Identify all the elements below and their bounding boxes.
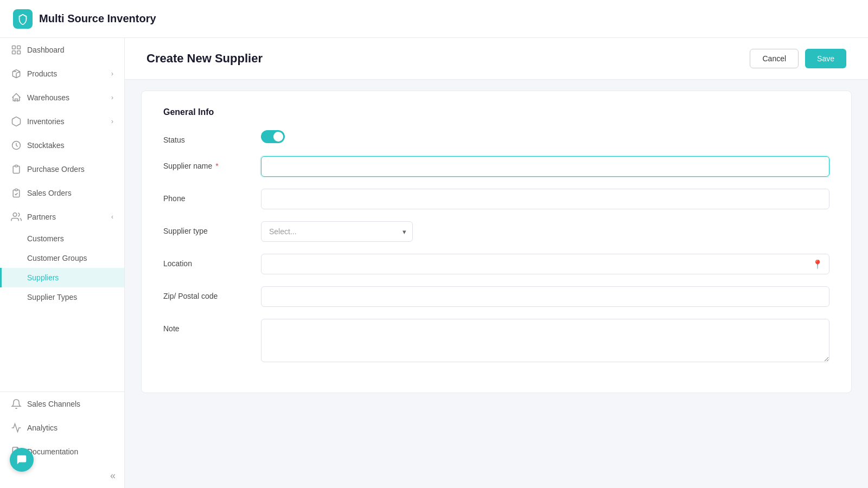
sidebar-sub-item-customer-groups-label: Customer Groups [27,254,87,262]
phone-wrap [261,189,829,209]
top-header: Multi Source Inventory [0,0,868,38]
note-textarea[interactable] [261,319,829,362]
stocktakes-icon [11,140,22,151]
supplier-type-select[interactable]: Select... Manufacturer Distributor Whole… [261,221,413,242]
sidebar-sub-item-customer-groups[interactable]: Customer Groups [0,248,124,268]
partners-icon [11,211,22,222]
sidebar-sub-item-suppliers[interactable]: Suppliers [0,268,124,287]
sidebar-sub-item-customers[interactable]: Customers [0,229,124,248]
sidebar-bottom: Sales Channels Analytics Documentation « [0,391,124,488]
supplier-type-wrap: Select... Manufacturer Distributor Whole… [261,221,829,242]
sidebar-item-documentation-label: Documentation [27,447,78,456]
location-label: Location [163,254,261,268]
main-content: Create New Supplier Cancel Save General … [125,38,868,488]
page-title: Create New Supplier [146,52,263,66]
sidebar-item-dashboard-label: Dashboard [27,46,65,54]
sidebar: Dashboard Products › Warehouses › Invent… [0,38,125,488]
sidebar-item-products[interactable]: Products › [0,62,124,86]
chat-bubble-button[interactable] [10,448,34,472]
sidebar-item-dashboard[interactable]: Dashboard [0,38,124,62]
sidebar-item-warehouses[interactable]: Warehouses › [0,86,124,110]
inventories-chevron: › [111,118,113,125]
section-title: General Info [163,107,829,117]
svg-point-5 [13,213,17,217]
sidebar-item-stocktakes[interactable]: Stocktakes [0,133,124,157]
sales-orders-icon [11,188,22,198]
cancel-button[interactable]: Cancel [750,49,799,68]
warehouses-icon [11,92,22,103]
sidebar-item-products-label: Products [27,69,57,78]
sales-channels-icon [11,399,22,409]
supplier-name-input[interactable] [261,156,829,177]
form-row-phone: Phone [163,189,829,209]
phone-input[interactable] [261,189,829,209]
products-chevron: › [111,70,113,78]
save-button[interactable]: Save [805,49,846,68]
svg-rect-1 [17,46,21,49]
sidebar-item-analytics[interactable]: Analytics [0,416,124,440]
form-row-note: Note [163,319,829,364]
sidebar-item-inventories[interactable]: Inventories › [0,110,124,133]
note-wrap [261,319,829,364]
status-label: Status [163,130,261,144]
sidebar-item-analytics-label: Analytics [27,423,58,432]
note-label: Note [163,319,261,333]
logo-svg [17,13,29,25]
app-title: Multi Source Inventory [39,12,156,25]
sidebar-item-sales-channels[interactable]: Sales Channels [0,392,124,416]
status-toggle[interactable] [261,130,285,143]
sidebar-item-stocktakes-label: Stocktakes [27,141,64,150]
zip-label: Zip/ Postal code [163,286,261,300]
form-row-supplier-name: Supplier name * [163,156,829,177]
form-row-location: Location 📍 [163,254,829,274]
svg-rect-2 [12,51,16,54]
header-actions: Cancel Save [750,49,846,68]
sidebar-sub-item-customers-label: Customers [27,234,64,243]
form-row-status: Status [163,130,829,144]
form-container: General Info Status Supplier name * [141,91,852,393]
analytics-icon [11,422,22,433]
purchase-orders-icon [11,164,22,175]
chat-icon [16,454,28,466]
main-layout: Dashboard Products › Warehouses › Invent… [0,38,868,488]
status-toggle-wrap [261,130,829,143]
supplier-name-label: Supplier name * [163,156,261,170]
location-wrap: 📍 [261,254,829,274]
form-row-supplier-type: Supplier type Select... Manufacturer Dis… [163,221,829,242]
zip-input[interactable] [261,286,829,307]
sidebar-item-inventories-label: Inventories [27,117,64,126]
sidebar-item-warehouses-label: Warehouses [27,93,69,102]
required-marker: * [213,162,218,170]
phone-label: Phone [163,189,261,203]
svg-rect-0 [12,46,16,49]
partners-chevron: ‹ [111,213,113,221]
sidebar-sub-item-suppliers-label: Suppliers [27,273,59,282]
sidebar-item-sales-channels-label: Sales Channels [27,400,80,408]
supplier-name-wrap [261,156,829,177]
zip-wrap [261,286,829,307]
supplier-type-select-wrapper: Select... Manufacturer Distributor Whole… [261,221,413,242]
app-logo [13,9,33,29]
toggle-slider [261,130,285,143]
sidebar-item-sales-orders-label: Sales Orders [27,189,72,197]
products-icon [11,68,22,79]
sidebar-sub-item-supplier-types[interactable]: Supplier Types [0,287,124,307]
sidebar-sub-item-supplier-types-label: Supplier Types [27,293,77,301]
dashboard-icon [11,44,22,55]
sidebar-item-purchase-orders-label: Purchase Orders [27,165,85,174]
supplier-type-label: Supplier type [163,221,261,235]
sidebar-item-purchase-orders[interactable]: Purchase Orders [0,157,124,181]
inventories-icon [11,116,22,127]
form-row-zip: Zip/ Postal code [163,286,829,307]
sidebar-item-sales-orders[interactable]: Sales Orders [0,181,124,205]
sidebar-item-partners-label: Partners [27,213,56,221]
warehouses-chevron: › [111,94,113,101]
page-header: Create New Supplier Cancel Save [125,38,868,80]
svg-rect-3 [17,51,21,54]
sidebar-item-partners[interactable]: Partners ‹ [0,205,124,229]
location-input[interactable] [261,254,829,274]
